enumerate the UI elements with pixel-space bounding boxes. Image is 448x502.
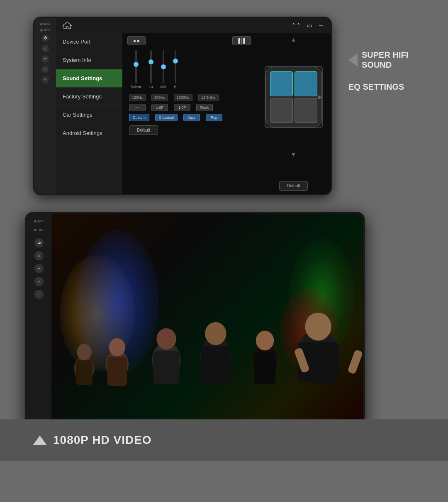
back-nav-icon[interactable]: ← <box>318 22 324 29</box>
eq-default-button[interactable]: Default <box>129 125 158 135</box>
menu-item-factory-settings[interactable]: Factory Settings <box>56 88 122 106</box>
screen-top: ⌃⌃ ▭ ← Device Port System Info Sound Set… <box>56 18 331 194</box>
freq-12khz[interactable]: 12.5KHz <box>198 94 219 101</box>
menu-item-android-settings[interactable]: Android Settings <box>56 124 122 142</box>
eq-spectrum-btn[interactable]: ▐║▌ <box>232 36 251 45</box>
power-button-bottom[interactable]: ⏻ <box>34 238 44 248</box>
svg-point-14 <box>256 331 274 350</box>
home-button[interactable]: ⌂ <box>41 45 49 53</box>
seat-rear-right[interactable] <box>295 98 317 123</box>
bottom-section: MIC RST ⏻ ⌂ ↩ ＋ － <box>0 203 448 461</box>
menu-item-device-port[interactable]: Device Port <box>56 33 122 51</box>
triangle-left-icon <box>348 53 358 66</box>
mode-pop[interactable]: Pop <box>206 114 222 121</box>
seat-front-left[interactable] <box>270 71 293 96</box>
svg-rect-3 <box>76 360 93 385</box>
back-button-bottom[interactable]: ↩ <box>34 264 44 274</box>
lo-track[interactable] <box>150 50 152 83</box>
eq-slider-hi: Hi <box>174 50 178 89</box>
movie-background <box>51 213 363 426</box>
eq-top-row: ◄► ▐║▌ <box>127 36 251 45</box>
speaker-up-arrow[interactable]: ▲ <box>291 36 297 43</box>
mic-indicator: MIC <box>40 22 50 26</box>
screen-content: Device Port System Info Sound Settings F… <box>56 33 331 194</box>
hifi-label-container: SUPER HIFI SOUND <box>348 50 440 70</box>
svg-point-17 <box>305 313 331 340</box>
seat-rear-left[interactable] <box>270 98 293 123</box>
svg-rect-15 <box>254 352 275 384</box>
menu-sidebar: Device Port System Info Sound Settings F… <box>56 33 122 194</box>
movie-characters <box>51 213 363 426</box>
mode-custom[interactable]: Custom <box>129 114 149 121</box>
val-1: 1.0F <box>151 104 168 111</box>
svg-point-2 <box>77 344 92 360</box>
vol-up-button-bottom[interactable]: ＋ <box>34 277 44 287</box>
home-icon[interactable] <box>63 22 72 29</box>
rst-label-bottom: RST <box>38 228 44 232</box>
bottom-label-bar: 1080P HD VIDEO <box>0 419 448 461</box>
vol-down-button-bottom[interactable]: － <box>34 290 44 299</box>
vol-up-button[interactable]: ＋ <box>41 66 49 73</box>
car-top-view <box>265 67 322 127</box>
hi-label: Hi <box>174 85 178 89</box>
val-0: — <box>129 104 146 111</box>
svg-rect-6 <box>107 357 127 386</box>
mode-classical[interactable]: Classical <box>155 114 178 121</box>
lo-label: Lo <box>149 85 153 89</box>
svg-point-5 <box>109 338 126 356</box>
hd-video-label: 1080P HD VIDEO <box>53 433 152 447</box>
screen-navbar: ⌃⌃ ▭ ← <box>56 18 331 33</box>
speaker-default-button[interactable]: Default <box>279 181 308 191</box>
vol-down-button[interactable]: － <box>41 76 49 84</box>
svg-rect-12 <box>201 346 230 383</box>
freq-1000hz[interactable]: 1000Hz <box>174 94 192 101</box>
svg-marker-0 <box>63 22 71 29</box>
speaker-down-arrow[interactable]: ▼ <box>291 151 297 158</box>
chevron-up-icon[interactable]: ⌃⌃ <box>291 22 301 29</box>
left-sidebar-bottom: MIC RST ⏻ ⌂ ↩ ＋ － <box>27 213 51 426</box>
rst-indicator: RST <box>40 28 51 32</box>
minimize-icon[interactable]: ▭ <box>307 22 312 29</box>
eq-sliders-row: Subwr Lo Mid <box>127 48 251 91</box>
unit-bottom: MIC RST ⏻ ⌂ ↩ ＋ － <box>25 212 365 428</box>
mid-label: Mid <box>161 85 167 89</box>
hi-track[interactable] <box>175 50 176 83</box>
eq-settings-label: EQ SETTINGS <box>348 82 440 92</box>
power-button[interactable]: ⏻ <box>41 34 49 42</box>
speaker-diagram: ◄ ► <box>265 66 323 128</box>
freq-120hz[interactable]: 120Hz <box>129 94 146 101</box>
svg-point-8 <box>156 328 176 350</box>
subwr-track[interactable] <box>135 50 137 83</box>
hifi-title-line1: SUPER HIFI <box>362 50 408 60</box>
freq-200hz[interactable]: 200Hz <box>151 94 168 101</box>
seat-front-right[interactable] <box>295 71 317 96</box>
hifi-label: SUPER HIFI SOUND <box>362 50 408 70</box>
eq-area: ◄► ▐║▌ Subwr <box>122 33 256 194</box>
rst-indicator-bottom: RST <box>34 228 44 232</box>
menu-item-sound-settings[interactable]: Sound Settings <box>56 69 122 88</box>
eq-default-row: Default <box>127 124 251 135</box>
svg-point-11 <box>205 322 226 345</box>
menu-item-car-settings[interactable]: Car Settings <box>56 106 122 124</box>
speaker-default-row: Default <box>279 181 308 191</box>
mid-track[interactable] <box>163 50 164 83</box>
svg-rect-20 <box>347 349 363 375</box>
unit-top: MIC RST ⏻ ⌂ ↩ ＋ － <box>33 17 332 195</box>
movie-screen <box>51 213 363 426</box>
eq-val-row: — 1.0F 1.0F Rock <box>127 104 251 111</box>
svg-rect-9 <box>153 351 179 384</box>
nav-right-icons: ⌃⌃ ▭ ← <box>291 22 324 29</box>
val-2: 1.0F <box>174 104 190 111</box>
eq-audio-btn[interactable]: ◄► <box>127 36 146 45</box>
mic-indicator-bottom: MIC <box>34 219 44 223</box>
left-sidebar-top: MIC RST ⏻ ⌂ ↩ ＋ － <box>34 18 56 194</box>
eq-slider-subwr: Subwr <box>131 50 141 89</box>
eq-freq-row: 120Hz 200Hz 1000Hz 12.5KHz <box>127 94 251 101</box>
home-button-bottom[interactable]: ⌂ <box>34 251 44 261</box>
mode-jazz[interactable]: Jazz <box>183 114 200 121</box>
menu-item-system-info[interactable]: System Info <box>56 51 122 69</box>
eq-slider-mid: Mid <box>161 50 167 89</box>
eq-slider-lo: Lo <box>149 50 153 89</box>
back-button[interactable]: ↩ <box>41 55 49 63</box>
speaker-right-arrow[interactable]: ► <box>317 93 324 101</box>
